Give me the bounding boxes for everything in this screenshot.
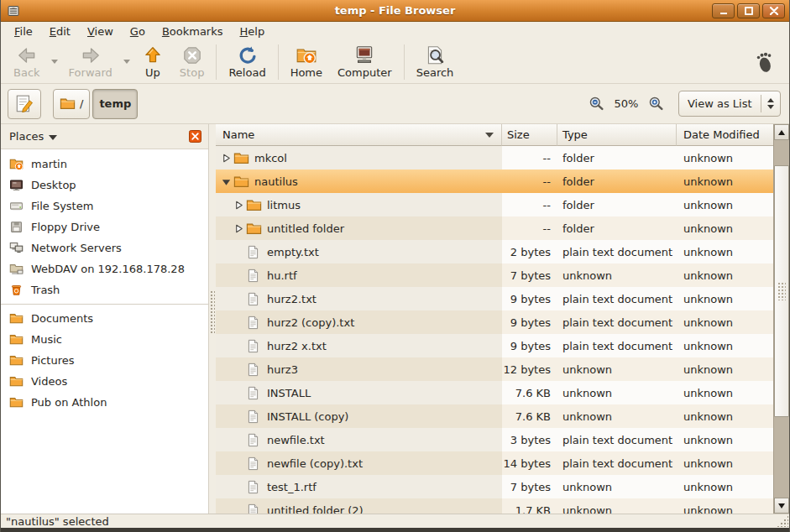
file-row-0[interactable]: mkcol--folderunknown <box>216 146 773 170</box>
file-browser-window: temp - File Browser FileEditViewGoBookma… <box>0 0 790 532</box>
expander-collapsed-icon[interactable] <box>233 200 246 211</box>
sidebar-item-music[interactable]: Music <box>1 329 208 350</box>
file-row-10[interactable]: INSTALL7.6 KBunknownunknown <box>216 381 773 404</box>
sidebar-item-webdav[interactable]: WebDAV on 192.168.178.28 <box>1 258 208 279</box>
expander-collapsed-icon[interactable] <box>233 223 246 234</box>
file-icon <box>246 362 264 377</box>
status-bar: "nautilus" selected <box>1 514 789 528</box>
file-row-8[interactable]: hurz2 x.txt9 bytesplain text documentunk… <box>216 334 773 357</box>
minimize-button[interactable] <box>712 3 735 18</box>
folder-icon <box>9 311 24 326</box>
floppy-icon <box>9 220 24 234</box>
sidebar-item-desktop[interactable]: Desktop <box>1 175 208 196</box>
toolbar-button-computer[interactable]: Computer <box>330 42 400 81</box>
sidebar-item-documents[interactable]: Documents <box>1 308 208 329</box>
file-row-9[interactable]: hurz312 bytesunknownunknown <box>216 357 773 381</box>
file-row-6[interactable]: hurz2.txt9 bytesplain text documentunkno… <box>216 287 773 310</box>
edit-location-button[interactable] <box>8 89 41 119</box>
folder-icon <box>233 150 252 166</box>
zoom-out-button[interactable] <box>589 96 604 112</box>
scrollbar-thumb[interactable] <box>774 165 789 417</box>
toolbar-separator <box>216 44 217 80</box>
menu-bookmarks[interactable]: Bookmarks <box>154 23 232 39</box>
titlebar[interactable]: temp - File Browser <box>1 0 789 22</box>
sidebar-item-martin[interactable]: martin <box>1 154 208 175</box>
scroll-up-button[interactable] <box>774 124 789 140</box>
menu-help[interactable]: Help <box>232 23 274 39</box>
file-name: INSTALL (copy) <box>264 410 348 423</box>
expander-expanded-icon[interactable] <box>221 176 233 187</box>
sidebar-item-file-system[interactable]: File System <box>1 196 208 216</box>
column-header-date-modified[interactable]: Date Modified <box>677 124 773 146</box>
toolbar-button-up[interactable]: Up <box>133 42 172 81</box>
sidebar-close-button[interactable] <box>189 130 201 143</box>
toolbar-button-stop[interactable]: Stop <box>172 42 212 81</box>
file-row-11[interactable]: INSTALL (copy)7.6 KBunknownunknown <box>216 404 773 428</box>
file-row-1[interactable]: nautilus--folderunknown <box>216 170 773 193</box>
menu-edit[interactable]: Edit <box>41 23 79 39</box>
file-icon <box>246 503 264 514</box>
home-icon <box>296 44 317 66</box>
file-name: hurz2 x.txt <box>264 340 327 352</box>
menu-go[interactable]: Go <box>122 23 154 39</box>
menu-view[interactable]: View <box>79 23 122 39</box>
zoom-in-button[interactable] <box>648 96 664 112</box>
toolbar-forward-history-dropdown[interactable] <box>120 45 133 79</box>
toolbar-button-back[interactable]: Back <box>6 42 48 81</box>
toolbar-button-home[interactable]: Home <box>283 42 330 81</box>
current-folder-button[interactable]: temp <box>92 89 138 119</box>
file-name: untitled folder <box>264 222 344 235</box>
file-icon <box>246 316 264 330</box>
places-header[interactable]: Places <box>1 124 208 149</box>
file-name: nautilus <box>252 175 298 188</box>
file-row-3[interactable]: untitled folder--folderunknown <box>216 216 773 240</box>
sidebar-item-pictures[interactable]: Pictures <box>1 350 208 371</box>
column-header-type[interactable]: Type <box>557 124 677 146</box>
menu-file[interactable]: File <box>6 23 41 39</box>
file-type: plain text document <box>557 240 677 263</box>
sidebar-item-pub-on-athlon[interactable]: Pub on Athlon <box>1 392 208 413</box>
file-name: empty.txt <box>264 246 319 258</box>
column-header-name[interactable]: Name <box>216 124 502 146</box>
file-row-12[interactable]: newfile.txt3 bytesplain text documentunk… <box>216 428 773 451</box>
file-date-modified: unknown <box>677 334 773 357</box>
file-type: unknown <box>557 404 677 428</box>
file-date-modified: unknown <box>677 193 773 216</box>
file-row-14[interactable]: test_1.rtf7 bytesunknownunknown <box>216 475 773 498</box>
close-button[interactable] <box>762 3 785 18</box>
pane-splitter[interactable] <box>209 124 216 514</box>
view-mode-select[interactable]: View as List <box>678 91 781 117</box>
file-row-2[interactable]: litmus--folderunknown <box>216 193 773 216</box>
maximize-button[interactable] <box>737 3 760 18</box>
file-row-5[interactable]: hu.rtf7 bytesunknownunknown <box>216 263 773 287</box>
sidebar-item-network-servers[interactable]: Network Servers <box>1 237 208 258</box>
toolbar-button-forward[interactable]: Forward <box>61 42 120 81</box>
sidebar-item-trash[interactable]: Trash <box>1 279 208 300</box>
file-row-15[interactable]: untitled folder (2)1.7 KBunknownunknown <box>216 498 773 514</box>
vertical-scrollbar[interactable] <box>773 124 789 514</box>
sidebar-item-floppy-drive[interactable]: Floppy Drive <box>1 216 208 237</box>
folder-icon <box>246 197 264 213</box>
sidebar-item-videos[interactable]: Videos <box>1 371 208 392</box>
toolbar-button-reload[interactable]: Reload <box>221 42 273 81</box>
file-row-4[interactable]: empty.txt2 bytesplain text documentunkno… <box>216 240 773 263</box>
file-date-modified: unknown <box>677 287 773 310</box>
root-path-button[interactable]: / <box>53 89 90 119</box>
folder-icon <box>233 174 252 190</box>
combo-spin-arrows[interactable] <box>761 98 780 109</box>
column-header-size[interactable]: Size <box>502 124 557 146</box>
file-row-7[interactable]: hurz2 (copy).txt9 bytesplain text docume… <box>216 310 773 334</box>
expander-collapsed-icon[interactable] <box>221 153 233 164</box>
toolbar-back-history-dropdown[interactable] <box>48 45 61 79</box>
folder-icon <box>60 96 76 112</box>
file-type: unknown <box>557 475 677 498</box>
resize-grip[interactable] <box>777 515 788 527</box>
scrollbar-track[interactable] <box>774 140 789 498</box>
file-row-13[interactable]: newfile (copy).txt14 bytesplain text doc… <box>216 451 773 475</box>
sort-desc-icon <box>485 133 494 138</box>
scroll-down-button[interactable] <box>774 498 789 514</box>
menubar: FileEditViewGoBookmarksHelp <box>1 22 789 40</box>
toolbar-button-search[interactable]: Search <box>409 42 462 81</box>
root-path-label: / <box>80 97 83 110</box>
file-icon <box>246 433 264 447</box>
